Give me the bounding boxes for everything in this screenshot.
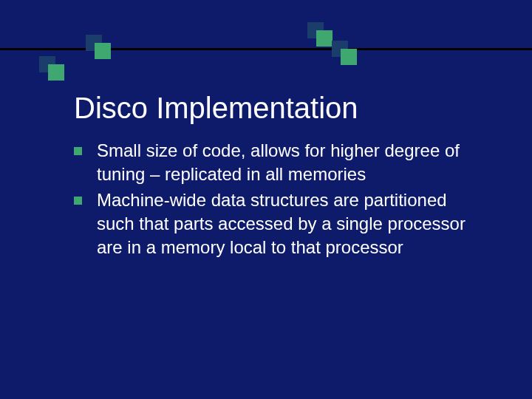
- bullet-text: Machine-wide data structures are partiti…: [97, 188, 488, 259]
- slide-body: Small size of code, allows for higher de…: [74, 139, 488, 262]
- list-item: Small size of code, allows for higher de…: [74, 139, 488, 185]
- deco-square: [95, 43, 111, 59]
- list-item: Machine-wide data structures are partiti…: [74, 188, 488, 259]
- deco-square: [341, 49, 357, 65]
- deco-square: [316, 30, 332, 47]
- deco-square: [48, 64, 64, 81]
- slide-title: Disco Implementation: [74, 92, 358, 125]
- header-decoration: [0, 0, 532, 78]
- bullet-icon: [74, 147, 82, 155]
- bullet-icon: [74, 197, 82, 205]
- bullet-text: Small size of code, allows for higher de…: [97, 139, 488, 185]
- header-line: [0, 48, 532, 50]
